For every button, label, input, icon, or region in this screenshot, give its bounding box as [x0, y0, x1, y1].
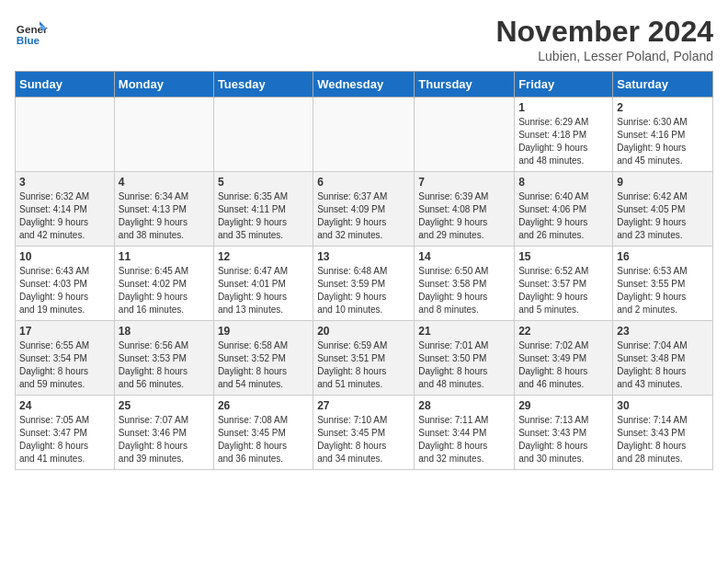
calendar-cell: [16, 98, 115, 172]
day-number: 3: [19, 176, 110, 189]
day-number: 18: [119, 325, 210, 338]
day-number: 15: [518, 250, 609, 263]
column-header-friday: Friday: [515, 72, 613, 98]
day-number: 1: [518, 101, 609, 114]
day-number: 12: [218, 250, 309, 263]
day-info: Sunrise: 7:02 AM Sunset: 3:49 PM Dayligh…: [518, 339, 609, 391]
day-info: Sunrise: 6:40 AM Sunset: 4:06 PM Dayligh…: [518, 190, 609, 242]
day-info: Sunrise: 6:35 AM Sunset: 4:11 PM Dayligh…: [218, 190, 309, 242]
month-title: November 2024: [495, 15, 713, 49]
day-number: 28: [418, 399, 510, 412]
day-number: 6: [317, 176, 410, 189]
day-info: Sunrise: 6:43 AM Sunset: 4:03 PM Dayligh…: [19, 265, 110, 316]
day-number: 20: [317, 325, 410, 338]
day-info: Sunrise: 7:13 AM Sunset: 3:43 PM Dayligh…: [518, 414, 609, 465]
column-header-thursday: Thursday: [415, 72, 515, 98]
day-number: 17: [19, 325, 110, 338]
calendar-header-row: SundayMondayTuesdayWednesdayThursdayFrid…: [16, 72, 713, 98]
calendar-cell: 15Sunrise: 6:52 AM Sunset: 3:57 PM Dayli…: [515, 247, 613, 321]
day-info: Sunrise: 7:04 AM Sunset: 3:48 PM Dayligh…: [617, 339, 709, 391]
calendar-cell: 4Sunrise: 6:34 AM Sunset: 4:13 PM Daylig…: [114, 172, 213, 247]
day-info: Sunrise: 6:50 AM Sunset: 3:58 PM Dayligh…: [418, 265, 510, 316]
calendar-cell: 20Sunrise: 6:59 AM Sunset: 3:51 PM Dayli…: [313, 321, 415, 396]
column-header-tuesday: Tuesday: [213, 72, 313, 98]
location: Lubien, Lesser Poland, Poland: [495, 49, 713, 63]
calendar-cell: 9Sunrise: 6:42 AM Sunset: 4:05 PM Daylig…: [613, 172, 713, 247]
calendar-cell: 28Sunrise: 7:11 AM Sunset: 3:44 PM Dayli…: [415, 396, 515, 470]
calendar-cell: 19Sunrise: 6:58 AM Sunset: 3:52 PM Dayli…: [213, 321, 313, 396]
day-number: 14: [418, 250, 510, 263]
day-number: 11: [119, 250, 210, 263]
column-header-wednesday: Wednesday: [313, 72, 415, 98]
calendar-cell: 1Sunrise: 6:29 AM Sunset: 4:18 PM Daylig…: [515, 98, 613, 172]
day-info: Sunrise: 6:29 AM Sunset: 4:18 PM Dayligh…: [518, 116, 609, 167]
day-info: Sunrise: 6:55 AM Sunset: 3:54 PM Dayligh…: [19, 339, 110, 391]
day-info: Sunrise: 7:01 AM Sunset: 3:50 PM Dayligh…: [418, 339, 510, 391]
calendar-cell: 17Sunrise: 6:55 AM Sunset: 3:54 PM Dayli…: [16, 321, 115, 396]
day-number: 23: [617, 325, 709, 338]
calendar-cell: 21Sunrise: 7:01 AM Sunset: 3:50 PM Dayli…: [415, 321, 515, 396]
day-info: Sunrise: 6:59 AM Sunset: 3:51 PM Dayligh…: [317, 339, 410, 391]
day-number: 24: [19, 399, 110, 412]
calendar-cell: 14Sunrise: 6:50 AM Sunset: 3:58 PM Dayli…: [415, 247, 515, 321]
calendar-cell: 3Sunrise: 6:32 AM Sunset: 4:14 PM Daylig…: [16, 172, 115, 247]
calendar-cell: [313, 98, 415, 172]
day-info: Sunrise: 6:37 AM Sunset: 4:09 PM Dayligh…: [317, 190, 410, 242]
calendar-cell: 5Sunrise: 6:35 AM Sunset: 4:11 PM Daylig…: [213, 172, 313, 247]
calendar-cell: 2Sunrise: 6:30 AM Sunset: 4:16 PM Daylig…: [613, 98, 713, 172]
column-header-monday: Monday: [114, 72, 213, 98]
day-number: 26: [218, 399, 309, 412]
day-info: Sunrise: 7:05 AM Sunset: 3:47 PM Dayligh…: [19, 414, 110, 465]
day-number: 4: [119, 176, 210, 189]
logo: General Blue: [15, 15, 48, 48]
calendar-cell: 26Sunrise: 7:08 AM Sunset: 3:45 PM Dayli…: [213, 396, 313, 470]
day-number: 21: [418, 325, 510, 338]
day-number: 9: [617, 176, 709, 189]
calendar-cell: 8Sunrise: 6:40 AM Sunset: 4:06 PM Daylig…: [515, 172, 613, 247]
day-info: Sunrise: 7:14 AM Sunset: 3:43 PM Dayligh…: [617, 414, 709, 465]
calendar-cell: 30Sunrise: 7:14 AM Sunset: 3:43 PM Dayli…: [613, 396, 713, 470]
day-number: 25: [119, 399, 210, 412]
header: General Blue November 2024 Lubien, Lesse…: [15, 15, 713, 63]
day-info: Sunrise: 6:53 AM Sunset: 3:55 PM Dayligh…: [617, 265, 709, 316]
column-header-sunday: Sunday: [16, 72, 115, 98]
day-info: Sunrise: 6:34 AM Sunset: 4:13 PM Dayligh…: [119, 190, 210, 242]
day-info: Sunrise: 6:45 AM Sunset: 4:02 PM Dayligh…: [119, 265, 210, 316]
calendar-week-row: 1Sunrise: 6:29 AM Sunset: 4:18 PM Daylig…: [16, 98, 713, 172]
logo-icon: General Blue: [15, 15, 48, 48]
calendar-cell: 25Sunrise: 7:07 AM Sunset: 3:46 PM Dayli…: [114, 396, 213, 470]
day-number: 5: [218, 176, 309, 189]
calendar-cell: 12Sunrise: 6:47 AM Sunset: 4:01 PM Dayli…: [213, 247, 313, 321]
calendar-cell: 6Sunrise: 6:37 AM Sunset: 4:09 PM Daylig…: [313, 172, 415, 247]
day-info: Sunrise: 6:32 AM Sunset: 4:14 PM Dayligh…: [19, 190, 110, 242]
day-number: 8: [518, 176, 609, 189]
calendar-cell: 29Sunrise: 7:13 AM Sunset: 3:43 PM Dayli…: [515, 396, 613, 470]
day-number: 22: [518, 325, 609, 338]
day-info: Sunrise: 6:42 AM Sunset: 4:05 PM Dayligh…: [617, 190, 709, 242]
calendar-cell: 16Sunrise: 6:53 AM Sunset: 3:55 PM Dayli…: [613, 247, 713, 321]
calendar-cell: 22Sunrise: 7:02 AM Sunset: 3:49 PM Dayli…: [515, 321, 613, 396]
day-number: 10: [19, 250, 110, 263]
calendar-cell: 7Sunrise: 6:39 AM Sunset: 4:08 PM Daylig…: [415, 172, 515, 247]
calendar-table: SundayMondayTuesdayWednesdayThursdayFrid…: [15, 71, 713, 470]
calendar-cell: [114, 98, 213, 172]
calendar-cell: 24Sunrise: 7:05 AM Sunset: 3:47 PM Dayli…: [16, 396, 115, 470]
title-area: November 2024 Lubien, Lesser Poland, Pol…: [495, 15, 713, 63]
calendar-cell: [415, 98, 515, 172]
day-info: Sunrise: 6:30 AM Sunset: 4:16 PM Dayligh…: [617, 116, 709, 167]
day-info: Sunrise: 7:08 AM Sunset: 3:45 PM Dayligh…: [218, 414, 309, 465]
day-number: 13: [317, 250, 410, 263]
day-info: Sunrise: 6:52 AM Sunset: 3:57 PM Dayligh…: [518, 265, 609, 316]
day-number: 29: [518, 399, 609, 412]
calendar-cell: 18Sunrise: 6:56 AM Sunset: 3:53 PM Dayli…: [114, 321, 213, 396]
calendar-week-row: 17Sunrise: 6:55 AM Sunset: 3:54 PM Dayli…: [16, 321, 713, 396]
svg-text:Blue: Blue: [17, 34, 40, 46]
day-info: Sunrise: 6:48 AM Sunset: 3:59 PM Dayligh…: [317, 265, 410, 316]
day-info: Sunrise: 7:10 AM Sunset: 3:45 PM Dayligh…: [317, 414, 410, 465]
day-info: Sunrise: 6:56 AM Sunset: 3:53 PM Dayligh…: [119, 339, 210, 391]
column-header-saturday: Saturday: [613, 72, 713, 98]
day-number: 30: [617, 399, 709, 412]
calendar-cell: 11Sunrise: 6:45 AM Sunset: 4:02 PM Dayli…: [114, 247, 213, 321]
day-number: 19: [218, 325, 309, 338]
calendar-cell: 13Sunrise: 6:48 AM Sunset: 3:59 PM Dayli…: [313, 247, 415, 321]
